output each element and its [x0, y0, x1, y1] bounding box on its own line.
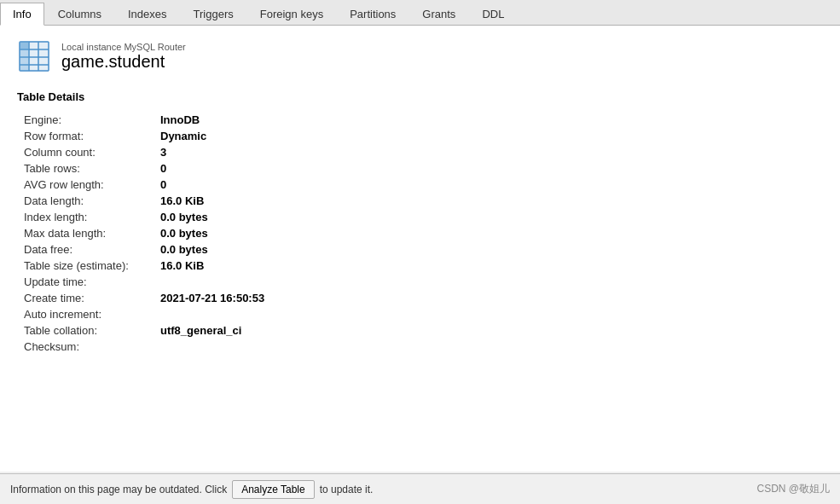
- detail-label: Create time:: [24, 292, 160, 304]
- detail-value: [160, 275, 823, 288]
- detail-label: Table collation:: [24, 324, 160, 337]
- tab-ddl[interactable]: DDL: [469, 3, 517, 26]
- tab-columns[interactable]: Columns: [45, 3, 114, 26]
- table-icon: [17, 39, 51, 73]
- tab-foreign-keys[interactable]: Foreign keys: [247, 3, 336, 26]
- tab-bar: InfoColumnsIndexesTriggersForeign keysPa…: [0, 0, 840, 26]
- table-name: game.student: [61, 52, 186, 72]
- tab-indexes[interactable]: Indexes: [115, 3, 180, 26]
- bottom-info-text: Information on this page may be outdated…: [10, 484, 227, 495]
- tab-partitions[interactable]: Partitions: [337, 3, 408, 26]
- detail-label: AVG row length:: [24, 178, 160, 191]
- header-section: Local instance MySQL Router game.student: [17, 39, 823, 73]
- instance-name: Local instance MySQL Router: [61, 42, 186, 52]
- bottom-bar: Information on this page may be outdated…: [0, 473, 840, 504]
- analyze-table-button[interactable]: Analyze Table: [232, 480, 315, 499]
- tab-triggers[interactable]: Triggers: [181, 3, 246, 26]
- tab-info[interactable]: Info: [0, 3, 44, 26]
- detail-value: 16.0 KiB: [160, 194, 823, 207]
- section-title: Table Details: [17, 90, 823, 103]
- detail-label: Auto increment:: [24, 308, 160, 321]
- detail-label: Index length:: [24, 211, 160, 223]
- tab-grants[interactable]: Grants: [409, 3, 468, 26]
- detail-value: 2021-07-21 16:50:53: [160, 292, 823, 304]
- detail-value: 16.0 KiB: [160, 259, 823, 272]
- detail-value: 0: [160, 178, 823, 191]
- detail-label: Table rows:: [24, 162, 160, 175]
- detail-label: Engine:: [24, 113, 160, 126]
- detail-label: Max data length:: [24, 227, 160, 240]
- details-table: Engine:InnoDBRow format:DynamicColumn co…: [24, 113, 823, 353]
- detail-label: Checksum:: [24, 340, 160, 353]
- svg-rect-7: [20, 42, 29, 49]
- detail-label: Table size (estimate):: [24, 259, 160, 272]
- detail-value: Dynamic: [160, 130, 823, 142]
- detail-value: 0.0 bytes: [160, 227, 823, 240]
- detail-value: 0.0 bytes: [160, 243, 823, 256]
- detail-value: utf8_general_ci: [160, 324, 823, 337]
- detail-value: InnoDB: [160, 113, 823, 126]
- bottom-after-text: to update it.: [320, 484, 374, 495]
- svg-rect-9: [20, 57, 29, 65]
- detail-label: Data free:: [24, 243, 160, 256]
- watermark: CSDN @敬姐儿: [756, 482, 830, 496]
- detail-value: 3: [160, 146, 823, 159]
- detail-label: Row format:: [24, 130, 160, 142]
- main-content: Local instance MySQL Router game.student…: [0, 26, 840, 472]
- header-text: Local instance MySQL Router game.student: [61, 42, 186, 72]
- svg-rect-10: [20, 65, 29, 71]
- detail-value: [160, 308, 823, 321]
- detail-label: Update time:: [24, 275, 160, 288]
- detail-label: Data length:: [24, 194, 160, 207]
- svg-rect-8: [20, 49, 29, 57]
- detail-value: 0.0 bytes: [160, 211, 823, 223]
- detail-label: Column count:: [24, 146, 160, 159]
- detail-value: [160, 340, 823, 353]
- detail-value: 0: [160, 162, 823, 175]
